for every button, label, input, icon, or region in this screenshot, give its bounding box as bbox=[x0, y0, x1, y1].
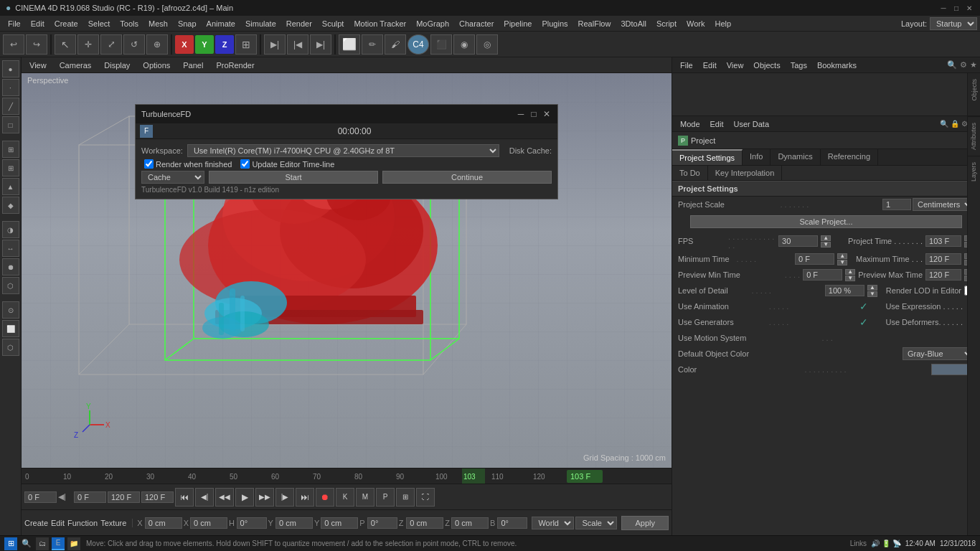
axis-x-button[interactable]: X bbox=[175, 35, 194, 54]
tab-referencing[interactable]: Referencing bbox=[821, 149, 878, 165]
close-button[interactable]: ✕ bbox=[964, 3, 974, 13]
tfd-restore[interactable]: □ bbox=[529, 109, 539, 119]
update-editor-label[interactable]: Update Editor Time-line bbox=[240, 159, 334, 169]
sidebar-snap[interactable]: ⊞ bbox=[2, 159, 19, 176]
sidebar-weight[interactable]: ◑ bbox=[2, 221, 19, 238]
overlay-tab-attributes[interactable]: Attributes bbox=[968, 116, 980, 156]
min-time-input[interactable] bbox=[795, 253, 834, 265]
cache-select[interactable]: Cache bbox=[141, 171, 204, 184]
world-select[interactable]: World Local bbox=[532, 517, 574, 529]
cube-button[interactable]: ⬜ bbox=[339, 34, 360, 55]
end-frame-input[interactable] bbox=[108, 491, 140, 503]
task-bar-item2[interactable]: E bbox=[52, 537, 65, 550]
avatar-button[interactable]: C4 bbox=[407, 34, 429, 55]
z-pos-input[interactable] bbox=[406, 517, 443, 529]
menu-3dtoall[interactable]: 3DtoAll bbox=[616, 18, 651, 29]
menu-mesh[interactable]: Mesh bbox=[143, 18, 173, 29]
cam-view2[interactable]: ◉ bbox=[453, 34, 475, 55]
tab-todo[interactable]: To Do bbox=[672, 166, 708, 180]
grid-button[interactable]: ⊞ bbox=[396, 488, 415, 507]
go-end-button[interactable]: ⏭ bbox=[296, 488, 314, 507]
menu-help[interactable]: Help bbox=[710, 18, 736, 29]
sidebar-paint[interactable]: ▲ bbox=[2, 178, 19, 195]
task-bar-item3[interactable]: 📁 bbox=[67, 537, 80, 550]
sidebar-poly[interactable]: □ bbox=[2, 116, 19, 133]
z-size-input[interactable] bbox=[451, 517, 489, 529]
cam-view3[interactable]: ◎ bbox=[476, 34, 498, 55]
menu-work[interactable]: Work bbox=[682, 18, 710, 29]
fps-down[interactable]: ▼ bbox=[821, 242, 831, 248]
sidebar-edges[interactable]: ╱ bbox=[2, 98, 19, 115]
tab-project-settings[interactable]: Project Settings bbox=[672, 149, 743, 165]
menu-simulate[interactable]: Simulate bbox=[240, 18, 281, 29]
update-editor-checkbox[interactable] bbox=[240, 159, 250, 169]
lod-input[interactable] bbox=[825, 285, 864, 296]
vp-view[interactable]: View bbox=[26, 60, 50, 71]
menu-character[interactable]: Character bbox=[454, 18, 499, 29]
start-frame-input[interactable] bbox=[24, 491, 57, 503]
prev-max-input[interactable] bbox=[925, 269, 961, 281]
menu-edit[interactable]: Edit bbox=[26, 18, 50, 29]
axis-y-button[interactable]: Y bbox=[195, 35, 214, 54]
pen-button[interactable]: ✏ bbox=[362, 34, 383, 55]
max-time-input[interactable] bbox=[925, 253, 961, 265]
menu-file[interactable]: File bbox=[3, 18, 26, 29]
render-when-finished-checkbox[interactable] bbox=[144, 159, 154, 169]
paint-button[interactable]: 🖌 bbox=[385, 34, 406, 55]
prev-keyframe-btn[interactable]: ◀| bbox=[58, 489, 72, 506]
scale-select[interactable]: Scale bbox=[575, 517, 617, 529]
rotate-tool[interactable]: ↺ bbox=[123, 34, 145, 55]
menu-render[interactable]: Render bbox=[281, 18, 317, 29]
menu-plugins[interactable]: Plugins bbox=[537, 18, 573, 29]
vp-prorender[interactable]: ProRender bbox=[212, 60, 258, 71]
right-bookmarks[interactable]: Bookmarks bbox=[812, 60, 862, 71]
scale-project-button[interactable]: Scale Project... bbox=[690, 215, 962, 228]
right-objects[interactable]: Objects bbox=[748, 60, 785, 71]
play-fwd-button[interactable]: ▶▶ bbox=[255, 488, 274, 507]
mintime-down[interactable]: ▼ bbox=[837, 260, 847, 265]
sidebar-sculpt[interactable]: ◆ bbox=[2, 197, 19, 214]
prevmin-up[interactable]: ▲ bbox=[845, 269, 855, 275]
play-back-button[interactable]: ◀◀ bbox=[215, 488, 234, 507]
transform-tool[interactable]: ⊕ bbox=[146, 34, 168, 55]
axis-all-button[interactable]: ⊞ bbox=[235, 34, 257, 55]
overlay-tab-layers[interactable]: Layers bbox=[968, 156, 980, 187]
cam-view1[interactable]: ⬛ bbox=[430, 34, 452, 55]
right-file[interactable]: File bbox=[675, 60, 698, 71]
sidebar-points[interactable]: · bbox=[2, 79, 19, 96]
redo-button[interactable]: ↪ bbox=[26, 34, 47, 55]
attr-edit[interactable]: Edit bbox=[705, 118, 729, 130]
menu-create[interactable]: Create bbox=[50, 18, 83, 29]
vp-options[interactable]: Options bbox=[139, 60, 174, 71]
vp-display[interactable]: Display bbox=[100, 60, 133, 71]
lod-down[interactable]: ▼ bbox=[867, 291, 877, 297]
tab-dynamics[interactable]: Dynamics bbox=[771, 149, 820, 165]
play-button[interactable]: ▶ bbox=[235, 488, 254, 507]
x-size-input[interactable] bbox=[190, 517, 227, 529]
b-input[interactable] bbox=[497, 517, 527, 529]
preview-button[interactable]: P bbox=[376, 488, 395, 507]
tfd-close[interactable]: ✕ bbox=[542, 109, 552, 119]
sidebar-model[interactable]: ● bbox=[2, 60, 19, 77]
start-button[interactable]: Start bbox=[209, 171, 378, 184]
menu-tools[interactable]: Tools bbox=[115, 18, 143, 29]
prev-min-input[interactable] bbox=[803, 269, 842, 281]
right-edit[interactable]: Edit bbox=[698, 60, 722, 71]
coord-edit[interactable]: Edit bbox=[51, 519, 65, 527]
tab-key-interp[interactable]: Key Interpolation bbox=[708, 166, 783, 180]
coord-texture[interactable]: Texture bbox=[100, 519, 126, 527]
minimize-button[interactable]: ─ bbox=[938, 3, 948, 13]
task-cortana[interactable]: 🔍 bbox=[20, 537, 33, 550]
y-pos-input[interactable] bbox=[275, 517, 313, 529]
auto-key-button[interactable]: K bbox=[336, 488, 354, 507]
project-time-input[interactable] bbox=[925, 235, 961, 247]
move-tool[interactable]: ✛ bbox=[77, 34, 99, 55]
keyframe-back[interactable]: |◀ bbox=[287, 34, 308, 55]
max-frame-input[interactable] bbox=[141, 491, 174, 503]
render-when-finished-label[interactable]: Render when finished bbox=[144, 159, 232, 169]
prevmin-down[interactable]: ▼ bbox=[845, 276, 855, 281]
h-input[interactable] bbox=[237, 517, 267, 529]
apply-button[interactable]: Apply bbox=[621, 516, 669, 530]
axis-z-button[interactable]: Z bbox=[215, 35, 234, 54]
start-button[interactable]: ⊞ bbox=[4, 537, 17, 550]
